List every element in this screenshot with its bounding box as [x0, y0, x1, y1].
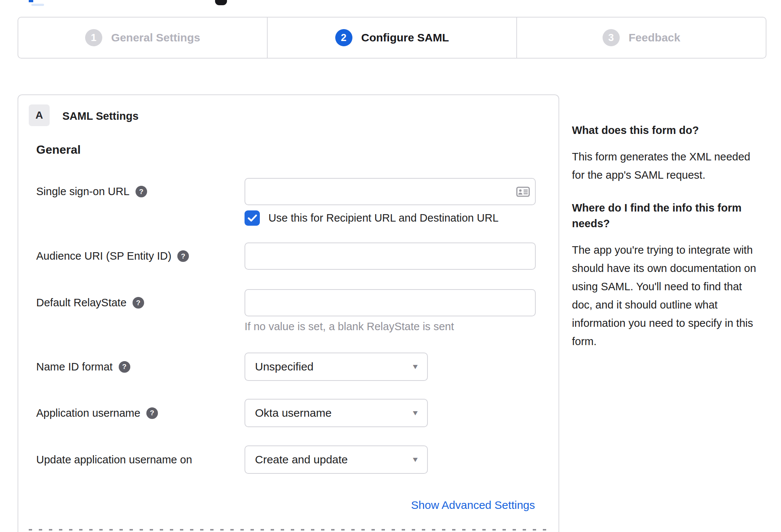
chevron-down-icon: ▼ — [411, 363, 420, 371]
update-username-label-group: Update application username on — [36, 454, 245, 466]
name-id-format-value: Unspecified — [255, 360, 314, 373]
chevron-down-icon: ▼ — [411, 409, 420, 417]
wizard-stepper: 1 General Settings 2 Configure SAML 3 Fe… — [18, 17, 766, 59]
help-icon[interactable]: ? — [177, 250, 189, 262]
step-number-badge: 2 — [335, 29, 352, 46]
name-id-format-select[interactable]: Unspecified ▼ — [245, 353, 428, 381]
help-icon[interactable]: ? — [146, 407, 158, 419]
sso-url-input[interactable] — [245, 178, 536, 205]
sidebar-answer-2: The app you're trying to integrate with … — [572, 241, 763, 351]
show-advanced-settings-link[interactable]: Show Advanced Settings — [411, 499, 535, 511]
update-username-value: Create and update — [255, 453, 348, 466]
sidebar-answer-1: This form generates the XML needed for t… — [572, 148, 763, 184]
help-sidebar: What does this form do? This form genera… — [572, 122, 763, 366]
audience-uri-input-wrap — [245, 242, 536, 270]
step-general-settings[interactable]: 1 General Settings — [18, 18, 267, 58]
step-number-badge: 3 — [603, 29, 620, 46]
step-feedback[interactable]: 3 Feedback — [516, 18, 766, 58]
update-username-select[interactable]: Create and update ▼ — [245, 445, 428, 474]
page: 1 General Settings 2 Configure SAML 3 Fe… — [0, 0, 781, 532]
update-username-label: Update application username on — [36, 454, 192, 466]
audience-uri-label-group: Audience URI (SP Entity ID) ? — [36, 250, 245, 262]
update-username-row: Update application username on Create an… — [36, 445, 548, 474]
sso-url-label-group: Single sign-on URL ? — [36, 185, 245, 198]
name-id-format-label: Name ID format — [36, 361, 113, 373]
application-username-value: Okta username — [255, 407, 332, 419]
clipped-header-fragment-blue — [29, 0, 33, 2]
application-username-label: Application username — [36, 407, 140, 419]
sso-url-input-wrap — [245, 178, 536, 205]
audience-uri-label: Audience URI (SP Entity ID) — [36, 250, 171, 262]
step-label: General Settings — [111, 31, 200, 44]
relaystate-input[interactable] — [245, 289, 536, 316]
relaystate-hint: If no value is set, a blank RelayState i… — [245, 320, 454, 333]
clipped-header-fragment-light — [31, 4, 44, 6]
general-section-heading: General — [36, 143, 81, 157]
name-id-format-label-group: Name ID format ? — [36, 361, 245, 373]
sidebar-question-1: What does this form do? — [572, 122, 763, 138]
recipient-url-checkbox-row: Use this for Recipient URL and Destinati… — [245, 210, 498, 226]
help-icon[interactable]: ? — [133, 297, 144, 309]
relaystate-row: Default RelayState ? — [36, 289, 548, 316]
chevron-down-icon: ▼ — [411, 456, 420, 464]
sso-url-row: Single sign-on URL ? — [36, 178, 548, 205]
saml-settings-panel: A SAML Settings General Single sign-on U… — [18, 94, 559, 532]
panel-title: SAML Settings — [62, 110, 139, 122]
step-configure-saml[interactable]: 2 Configure SAML — [267, 18, 516, 58]
clipped-app-logo-fragment — [215, 0, 227, 5]
help-icon[interactable]: ? — [136, 186, 147, 197]
sso-url-label: Single sign-on URL — [36, 185, 130, 198]
contact-card-icon[interactable] — [516, 187, 530, 197]
recipient-url-checkbox[interactable] — [245, 210, 260, 226]
audience-uri-input[interactable] — [245, 242, 536, 270]
application-username-label-group: Application username ? — [36, 407, 245, 419]
step-label: Configure SAML — [361, 31, 449, 44]
relaystate-input-wrap — [245, 289, 536, 316]
relaystate-label-group: Default RelayState ? — [36, 297, 245, 309]
step-number-badge: 1 — [85, 29, 102, 46]
recipient-url-checkbox-label[interactable]: Use this for Recipient URL and Destinati… — [268, 212, 498, 224]
application-username-row: Application username ? Okta username ▼ — [36, 399, 548, 427]
section-a-badge: A — [29, 104, 50, 126]
checkmark-icon — [248, 214, 257, 222]
audience-uri-row: Audience URI (SP Entity ID) ? — [36, 242, 548, 270]
application-username-select[interactable]: Okta username ▼ — [245, 399, 428, 427]
relaystate-label: Default RelayState — [36, 297, 127, 309]
help-icon[interactable]: ? — [119, 361, 130, 373]
sidebar-question-2: Where do I find the info this form needs… — [572, 200, 763, 231]
name-id-format-row: Name ID format ? Unspecified ▼ — [36, 353, 548, 381]
section-dashed-divider — [29, 529, 548, 531]
step-label: Feedback — [629, 31, 680, 44]
